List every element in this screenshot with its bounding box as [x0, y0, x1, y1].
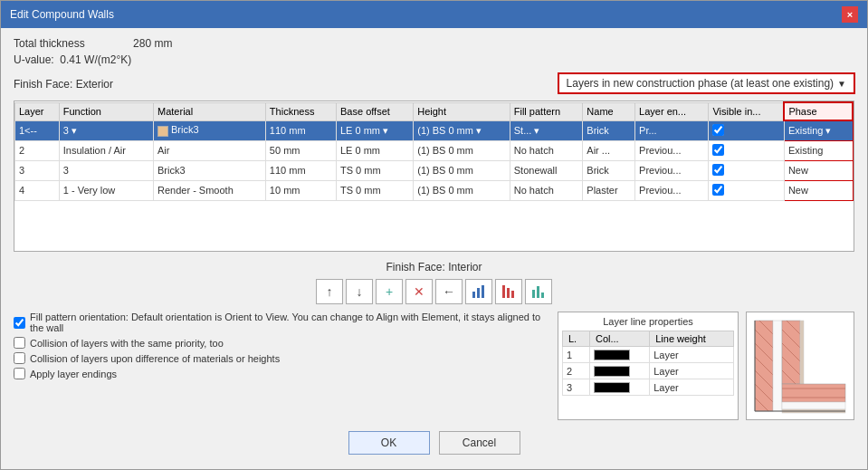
svg-rect-5: [511, 291, 514, 298]
bottom-section: Finish Face: Interior ↑ ↓ + ✕ ←: [14, 261, 854, 460]
uvalue-label: U-value: 0.41 W/(m2°K): [14, 53, 131, 66]
material-swatch-icon: [157, 126, 168, 137]
checkbox-apply-endings: Apply layer endings: [14, 368, 548, 379]
layer-props-row: 2Layer: [563, 363, 734, 379]
move-down-button[interactable]: ↓: [346, 279, 373, 304]
layers-table-container: Layer Function Material Thickness Base o…: [14, 101, 854, 252]
col-header-base-offset: Base offset: [337, 102, 414, 120]
color-swatch-icon[interactable]: [594, 366, 630, 377]
chart-button-1[interactable]: [465, 279, 492, 304]
layer-props-row: 3Layer: [563, 379, 734, 396]
phase-dropdown-label: Layers in new construction phase (at lea…: [567, 77, 835, 90]
collision-diff-checkbox[interactable]: [14, 352, 25, 364]
col-header-layer: Layer: [15, 102, 60, 120]
footer-buttons: OK Cancel: [14, 431, 854, 460]
col-header-visible-in: Visible in...: [709, 102, 784, 120]
checkboxes-area: Fill pattern orientation: Default orient…: [14, 312, 548, 420]
col-header-phase: Phase: [784, 102, 853, 120]
fill-orientation-label: Fill pattern orientation: Default orient…: [30, 312, 548, 333]
close-button[interactable]: ×: [842, 6, 858, 23]
dialog-title: Edit Compound Walls: [10, 8, 114, 21]
table-row[interactable]: 1<--3 ▾Brick3110 mmLE 0 mm ▾(1) BS 0 mm …: [15, 120, 854, 140]
top-controls: Finish Face: Exterior Layers in new cons…: [14, 73, 854, 93]
apply-endings-checkbox[interactable]: [14, 368, 25, 379]
lp-col-color: Col...: [589, 331, 649, 347]
total-thickness-value: 280 mm: [133, 37, 172, 50]
layer-props-panel: Layer line properties L. Col... Line wei…: [558, 312, 739, 420]
lp-col-lineweight: Line weight: [650, 331, 734, 347]
finish-face-interior-label: Finish Face: Interior: [14, 261, 854, 273]
layers-table: Layer Function Material Thickness Base o…: [14, 101, 854, 201]
layer-props-table: L. Col... Line weight 1Layer2Layer3Layer: [562, 331, 734, 396]
layer-props-title: Layer line properties: [562, 316, 734, 327]
svg-rect-8: [541, 293, 544, 298]
add-layer-button[interactable]: +: [376, 279, 403, 304]
visible-in-checkbox[interactable]: [712, 184, 724, 196]
cancel-button[interactable]: Cancel: [439, 431, 520, 455]
svg-rect-33: [782, 402, 845, 409]
phase-dropdown-button[interactable]: Layers in new construction phase (at lea…: [558, 73, 854, 93]
checkbox-collision-same: Collision of layers with the same priori…: [14, 337, 548, 349]
svg-rect-6: [532, 290, 535, 298]
table-row[interactable]: 41 - Very lowRender - Smooth10 mmTS 0 mm…: [15, 180, 854, 200]
checkbox-collision-diff: Collision of layers upon difference of m…: [14, 352, 548, 364]
total-thickness-label-text: Total thickness: [14, 37, 85, 50]
info-section: Total thickness 280 mm: [14, 37, 854, 50]
finish-face-exterior-label: Finish Face: Exterior: [14, 78, 113, 91]
edit-compound-walls-dialog: Edit Compound Walls × Total thickness 28…: [0, 0, 868, 470]
chart-button-3[interactable]: [525, 279, 552, 304]
collision-same-checkbox[interactable]: [14, 337, 25, 349]
visible-in-checkbox[interactable]: [712, 144, 724, 156]
col-header-name: Name: [583, 102, 635, 120]
delete-layer-button[interactable]: ✕: [405, 279, 433, 304]
right-panels: Layer line properties L. Col... Line wei…: [558, 312, 854, 420]
table-row[interactable]: 2Insulation / AirAir50 mmLE 0 mm(1) BS 0…: [15, 140, 854, 160]
checkbox-fill-orientation: Fill pattern orientation: Default orient…: [14, 312, 548, 333]
move-left-button[interactable]: ←: [435, 279, 463, 304]
fill-orientation-checkbox[interactable]: [14, 317, 25, 329]
col-header-height: Height: [414, 102, 510, 120]
layer-toolbar: ↑ ↓ + ✕ ←: [14, 279, 854, 304]
chart-button-2[interactable]: [495, 279, 522, 304]
col-header-fill-pattern: Fill pattern: [510, 102, 583, 120]
move-up-button[interactable]: ↑: [316, 279, 343, 304]
visible-in-checkbox[interactable]: [712, 124, 724, 136]
svg-rect-3: [502, 285, 505, 298]
collision-same-label: Collision of layers with the same priori…: [30, 338, 224, 349]
svg-rect-2: [482, 285, 484, 298]
svg-rect-19: [773, 321, 782, 411]
apply-endings-label: Apply layer endings: [30, 369, 117, 379]
ok-button[interactable]: OK: [348, 431, 430, 455]
color-swatch-icon[interactable]: [594, 350, 630, 360]
layer-props-row: 1Layer: [563, 347, 734, 363]
svg-rect-28: [800, 321, 804, 384]
svg-rect-7: [537, 286, 539, 298]
svg-rect-29: [782, 384, 845, 402]
phase-dropdown-chevron: ▼: [837, 79, 846, 89]
dialog-body: Total thickness 280 mm U-value: 0.41 W/(…: [1, 28, 867, 469]
lp-col-layer: L.: [563, 331, 590, 347]
title-bar: Edit Compound Walls ×: [1, 1, 867, 28]
svg-rect-0: [472, 292, 475, 298]
uvalue-row: U-value: 0.41 W/(m2°K): [14, 53, 854, 66]
col-header-material: Material: [154, 102, 266, 120]
svg-rect-1: [477, 288, 480, 298]
wall-preview-svg: [750, 316, 850, 416]
col-header-layer-en: Layer en...: [635, 102, 709, 120]
col-header-thickness: Thickness: [265, 102, 336, 120]
uvalue-value: 0.41 W/(m2°K): [60, 53, 131, 66]
bottom-content: Fill pattern orientation: Default orient…: [14, 312, 854, 420]
uvalue-label-text: U-value:: [14, 53, 54, 66]
col-header-function: Function: [59, 102, 153, 120]
wall-preview-panel: [746, 312, 854, 420]
color-swatch-icon[interactable]: [594, 382, 630, 393]
svg-rect-4: [507, 288, 510, 298]
visible-in-checkbox[interactable]: [712, 164, 724, 176]
collision-diff-label: Collision of layers upon difference of m…: [30, 353, 280, 364]
table-row[interactable]: 33Brick3110 mmTS 0 mm(1) BS 0 mmStonewal…: [15, 160, 854, 180]
total-thickness-label: Total thickness 280 mm: [14, 37, 172, 50]
